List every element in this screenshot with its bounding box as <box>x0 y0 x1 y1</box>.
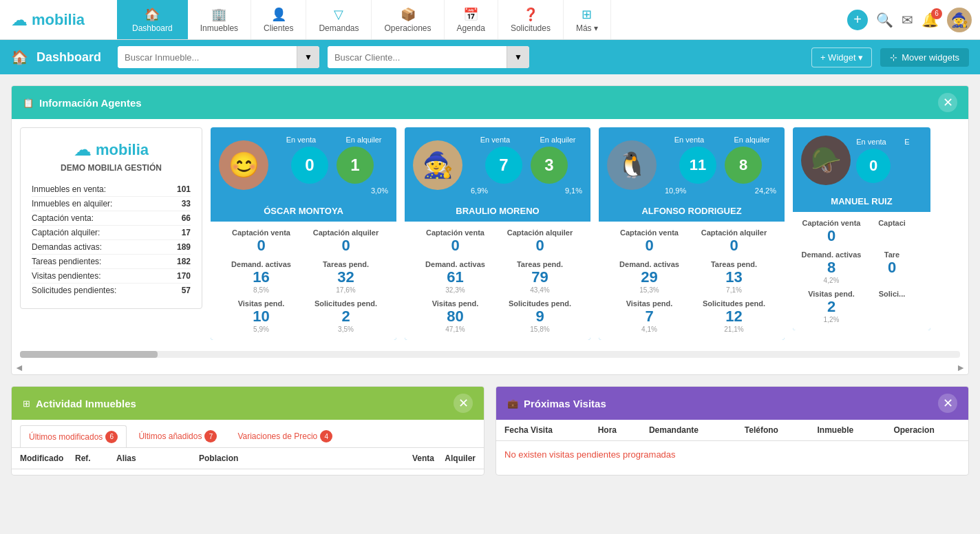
agent-0-venta-badge: 0 <box>291 147 328 184</box>
clientes-icon: 👤 <box>271 7 286 22</box>
tab-1-badge: 7 <box>204 430 217 442</box>
nav-item-inmuebles[interactable]: 🏢 Inmuebles <box>188 0 251 39</box>
col-venta: Venta <box>393 453 434 463</box>
bottom-row: ⊞ Actividad Inmuebles ✕ Últimos modifica… <box>11 386 969 476</box>
logo: ☁ mobilia <box>0 0 117 39</box>
visitas-close[interactable]: ✕ <box>938 394 957 413</box>
add-button[interactable]: + <box>847 10 868 30</box>
agent-0-row1: Captación venta 0 Captación alquiler 0 <box>219 228 388 255</box>
nav-item-agenda[interactable]: 📅 Agenda <box>445 0 498 39</box>
agents-widget-close[interactable]: ✕ <box>938 93 957 112</box>
agent-card-0: 😊 En venta En alquiler 0 1 <box>211 127 396 340</box>
agency-logo-text: mobilia <box>96 141 149 159</box>
agent-1-header: 🧙 En venta En alquiler 7 3 <box>405 127 590 203</box>
move-widgets-label: Mover widgets <box>902 52 959 63</box>
agent-0-stats: Captación venta 0 Captación alquiler 0 D… <box>211 222 396 340</box>
agent-0-badge-values: 0 1 <box>277 147 388 184</box>
agent-0-header: 😊 En venta En alquiler 0 1 <box>211 127 396 203</box>
agent-0-solicitudes: Solicitudes pend. 2 3,5% <box>303 299 388 333</box>
agency-stat-5: Tareas pendientes:182 <box>32 255 191 269</box>
no-visits-row: No existen visitas pendientes programada… <box>496 441 968 469</box>
tab-anadidos[interactable]: Últimos añadidos 7 <box>129 425 226 447</box>
dashboard-header-icon: 🏠 <box>11 49 28 65</box>
col-poblacion: Poblacion <box>199 453 393 463</box>
agency-name: DEMO MOBILIA GESTIÓN <box>32 163 191 173</box>
search-cliente-dropdown[interactable]: ▼ <box>507 46 529 68</box>
agent-card-1: 🧙 En venta En alquiler 7 3 <box>405 127 590 340</box>
visitas-col-demandante: Demandante <box>641 420 736 441</box>
agents-scroll-area: ☁ mobilia DEMO MOBILIA GESTIÓN Inmuebles… <box>12 119 968 348</box>
agents-widget-title: Información Agentes <box>39 97 142 109</box>
nav-dashboard-tab[interactable]: 🏠 Dashboard <box>117 0 188 39</box>
actividad-widget: ⊞ Actividad Inmuebles ✕ Últimos modifica… <box>11 386 484 476</box>
agent-0-alquiler-badge: 1 <box>337 147 374 184</box>
nav-item-operaciones[interactable]: 📦 Operaciones <box>372 0 444 39</box>
agent-0-row2: Demand. activas 16 8,5% Tareas pend. 32 … <box>219 260 388 294</box>
agency-stat-4: Demandas activas:189 <box>32 240 191 255</box>
search-inmueble-input[interactable] <box>118 46 297 68</box>
top-nav: ☁ mobilia 🏠 Dashboard 🏢 Inmuebles 👤 Clie… <box>0 0 980 40</box>
mail-icon[interactable]: ✉ <box>902 12 913 28</box>
scroll-right-arrow[interactable]: ► <box>956 362 966 373</box>
agents-widget: 📋 Información Agentes ✕ ☁ mobilia DEMO M… <box>11 85 969 375</box>
nav-item-clientes[interactable]: 👤 Clientes <box>251 0 306 39</box>
agents-scrollbar[interactable] <box>20 351 960 358</box>
col-alias: Alias <box>116 453 199 463</box>
dashboard-nav-icon: 🏠 <box>145 7 160 22</box>
agent-card-2: 🐧 En venta En alquiler 11 8 <box>599 127 785 340</box>
nav-item-solicitudes[interactable]: ❓ Solicitudes <box>498 0 564 39</box>
visitas-col-hora: Hora <box>590 420 641 441</box>
search-cliente-input[interactable] <box>328 46 507 68</box>
visitas-header: 💼 Próximas Visitas ✕ <box>496 387 968 420</box>
tab-modificados[interactable]: Últimos modificados 6 <box>20 425 127 447</box>
user-avatar[interactable]: 🧙 <box>947 8 972 32</box>
agent-0-demand: Demand. activas 16 8,5% <box>219 260 303 294</box>
visitas-icon: 💼 <box>507 398 518 409</box>
nav-item-demandas[interactable]: ▽ Demandas <box>306 0 372 39</box>
agenda-icon: 📅 <box>463 7 478 22</box>
visitas-col-fecha: Fecha Visita <box>496 420 590 441</box>
agent-2-badges: En venta En alquiler 11 8 10 <box>665 136 776 195</box>
agent-3-avatar: 🪖 <box>801 136 851 185</box>
agent-2-stats: Captación venta0 Captación alquiler0 Dem… <box>599 222 785 340</box>
agent-1-badges: En venta En alquiler 7 3 6,9 <box>471 136 582 195</box>
visitas-title-group: 💼 Próximas Visitas <box>507 398 606 409</box>
agent-3-badges: En venta E 0 <box>856 138 922 183</box>
demandas-icon: ▽ <box>334 7 343 22</box>
main-content: 📋 Información Agentes ✕ ☁ mobilia DEMO M… <box>0 74 980 487</box>
move-icon: ⊹ <box>890 52 897 63</box>
agency-stat-2: Captación venta:66 <box>32 211 191 226</box>
agent-2-header: 🐧 En venta En alquiler 11 8 <box>599 127 785 203</box>
agents-widget-header: 📋 Información Agentes ✕ <box>12 86 968 119</box>
actividad-close[interactable]: ✕ <box>454 394 473 413</box>
widget-button[interactable]: + Widget ▾ <box>811 47 872 67</box>
notification-bell[interactable]: 🔔 6 <box>922 12 939 28</box>
visitas-widget: 💼 Próximas Visitas ✕ Fecha Visita Hora D… <box>496 386 969 476</box>
agent-1-avatar: 🧙 <box>413 140 462 190</box>
move-widgets-button[interactable]: ⊹ Mover widgets <box>880 48 969 67</box>
agent-2-avatar: 🐧 <box>607 140 657 190</box>
agent-0-tareas: Tareas pend. 32 17,6% <box>303 260 388 294</box>
agents-scrollbar-thumb[interactable] <box>20 351 158 358</box>
agency-stat-7: Solicitudes pendientes:57 <box>32 284 191 297</box>
no-visits-message: No existen visitas pendientes programada… <box>496 441 968 469</box>
scroll-left-arrow[interactable]: ◄ <box>14 362 24 373</box>
operaciones-icon: 📦 <box>401 7 416 22</box>
dashboard-nav-label: Dashboard <box>132 23 173 33</box>
agent-0-avatar: 😊 <box>219 140 268 190</box>
search-icon[interactable]: 🔍 <box>876 12 893 28</box>
agent-0-badge-labels: En venta En alquiler <box>277 136 388 144</box>
agent-1-name: BRAULIO MORENO <box>405 203 590 222</box>
visitas-title: Próximas Visitas <box>524 398 606 409</box>
nav-item-mas[interactable]: ⊞ Más ▾ <box>564 0 611 39</box>
logo-text: mobilia <box>32 11 85 29</box>
agent-3-stats: Captación venta0 Captaci Demand. activas… <box>793 212 930 330</box>
agency-stat-1: Inmuebles en alquiler:33 <box>32 197 191 211</box>
search-inmueble-dropdown[interactable]: ▼ <box>297 46 319 68</box>
en-venta-label-0: En venta <box>277 136 326 144</box>
col-modificado: Modificado <box>20 453 75 463</box>
agent-1-stats: Captación venta0 Captación alquiler0 Dem… <box>405 222 590 340</box>
agent-0-pct: 3,0% <box>277 186 388 195</box>
tab-variaciones[interactable]: Variaciones de Precio 4 <box>228 425 341 447</box>
agent-0-cap-alquiler: Captación alquiler 0 <box>303 228 388 255</box>
